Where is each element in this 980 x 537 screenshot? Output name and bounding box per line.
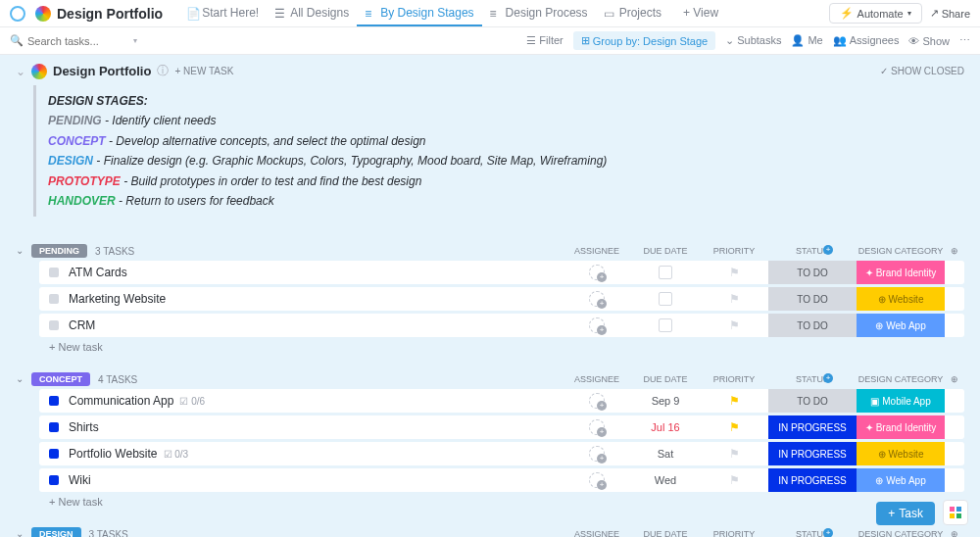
- tab-projects[interactable]: ▭Projects: [596, 0, 669, 26]
- task-row[interactable]: ATM Cards ⚑ TO DO ✦Brand Identity: [39, 261, 964, 284]
- show-closed-button[interactable]: ✓SHOW CLOSED: [880, 66, 964, 76]
- flag-icon[interactable]: ⚑: [729, 318, 740, 332]
- category-cell[interactable]: ✦Brand Identity: [857, 415, 945, 439]
- row-action[interactable]: [945, 287, 964, 311]
- col-assignee[interactable]: ASSIGNEE: [563, 246, 631, 256]
- flag-icon[interactable]: ⚑: [729, 292, 740, 306]
- add-view-button[interactable]: + View: [675, 1, 726, 26]
- task-name[interactable]: Communication App☑ 0/6: [69, 394, 563, 408]
- due-cell[interactable]: [631, 314, 700, 337]
- flag-icon[interactable]: ⚑: [729, 394, 740, 408]
- col-assignee[interactable]: ASSIGNEE: [563, 374, 631, 384]
- flag-icon[interactable]: ⚑: [729, 473, 740, 487]
- col-priority[interactable]: PRIORITY: [700, 529, 768, 537]
- tab-by-design-stages[interactable]: ≡By Design Stages: [357, 0, 481, 26]
- add-column-icon[interactable]: ⊕: [945, 374, 964, 384]
- subtask-count[interactable]: ☑ 0/6: [179, 396, 205, 407]
- new-task-row[interactable]: + New task: [49, 341, 964, 353]
- row-action[interactable]: [945, 442, 964, 465]
- assignee-cell[interactable]: [563, 442, 631, 465]
- category-cell[interactable]: ✦Brand Identity: [857, 261, 945, 284]
- task-bullet-icon[interactable]: [49, 449, 59, 459]
- avatar-empty-icon[interactable]: [589, 472, 605, 488]
- chevron-down-icon[interactable]: ⌄: [16, 373, 27, 385]
- due-cell[interactable]: Jul 16: [631, 415, 700, 439]
- flag-icon[interactable]: ⚑: [729, 447, 740, 461]
- col-status[interactable]: STATUS+: [768, 374, 857, 384]
- app-logo-icon[interactable]: [10, 6, 25, 22]
- col-priority[interactable]: PRIORITY: [700, 374, 768, 384]
- due-cell[interactable]: Sat: [631, 442, 700, 465]
- share-button[interactable]: ↗Share: [930, 7, 970, 20]
- task-name[interactable]: Shirts: [69, 420, 563, 434]
- assignee-cell[interactable]: [563, 468, 631, 492]
- task-bullet-icon[interactable]: [49, 475, 59, 485]
- status-cell[interactable]: TO DO: [768, 261, 857, 284]
- category-cell[interactable]: ⊕Website: [857, 287, 945, 311]
- task-name[interactable]: CRM: [69, 318, 563, 332]
- row-action[interactable]: [945, 314, 964, 337]
- due-cell[interactable]: Sep 9: [631, 389, 700, 413]
- add-column-icon[interactable]: ⊕: [945, 246, 964, 256]
- show-button[interactable]: 👁Show: [908, 35, 950, 47]
- priority-cell[interactable]: ⚑: [700, 442, 768, 465]
- new-task-row[interactable]: + New task: [49, 496, 964, 508]
- assignee-cell[interactable]: [563, 261, 631, 284]
- task-bullet-icon[interactable]: [49, 396, 59, 406]
- status-cell[interactable]: TO DO: [768, 287, 857, 311]
- status-cell[interactable]: TO DO: [768, 389, 857, 413]
- col-due[interactable]: DUE DATE: [631, 529, 700, 537]
- subtasks-button[interactable]: ⌄Subtasks: [725, 34, 781, 47]
- tab-start-here-[interactable]: 📄Start Here!: [178, 0, 267, 26]
- row-action[interactable]: [945, 415, 964, 439]
- add-column-icon[interactable]: ⊕: [945, 529, 964, 537]
- assignee-cell[interactable]: [563, 314, 631, 337]
- row-action[interactable]: [945, 389, 964, 413]
- col-status[interactable]: STATUS+: [768, 529, 857, 537]
- task-name[interactable]: ATM Cards: [69, 266, 563, 279]
- calendar-icon[interactable]: [659, 266, 672, 279]
- avatar-empty-icon[interactable]: [589, 446, 605, 462]
- status-cell[interactable]: IN PROGRESS: [768, 468, 857, 492]
- tab-design-process[interactable]: ≡Design Process: [482, 0, 596, 26]
- priority-cell[interactable]: ⚑: [700, 415, 768, 439]
- col-category[interactable]: DESIGN CATEGORY: [857, 374, 945, 384]
- task-bullet-icon[interactable]: [49, 422, 59, 432]
- chevron-down-icon[interactable]: ▾: [133, 36, 137, 45]
- col-category[interactable]: DESIGN CATEGORY: [857, 246, 945, 256]
- task-row[interactable]: Communication App☑ 0/6 Sep 9 ⚑ TO DO ▣Mo…: [39, 389, 964, 413]
- col-due[interactable]: DUE DATE: [631, 246, 700, 256]
- status-cell[interactable]: IN PROGRESS: [768, 415, 857, 439]
- category-cell[interactable]: ▣Mobile App: [857, 389, 945, 413]
- collapse-icon[interactable]: ⌄: [16, 65, 25, 78]
- col-due[interactable]: DUE DATE: [631, 374, 700, 384]
- category-cell[interactable]: ⊕Web App: [857, 314, 945, 337]
- apps-fab[interactable]: [943, 500, 968, 525]
- avatar-empty-icon[interactable]: [589, 317, 605, 333]
- flag-icon[interactable]: ⚑: [729, 266, 740, 279]
- priority-cell[interactable]: ⚑: [700, 287, 768, 311]
- due-cell[interactable]: Wed: [631, 468, 700, 492]
- avatar-empty-icon[interactable]: [589, 265, 605, 280]
- priority-cell[interactable]: ⚑: [700, 261, 768, 284]
- task-bullet-icon[interactable]: [49, 268, 59, 277]
- automate-button[interactable]: ⚡Automate▾: [829, 3, 922, 24]
- tab-all-designs[interactable]: ☰All Designs: [267, 0, 357, 26]
- group-status-pill[interactable]: CONCEPT: [31, 372, 90, 386]
- search-input[interactable]: [27, 35, 116, 47]
- avatar-empty-icon[interactable]: [589, 419, 605, 435]
- assignees-button[interactable]: 👥Assignees: [833, 34, 900, 47]
- task-bullet-icon[interactable]: [49, 294, 59, 304]
- col-status[interactable]: STATUS+: [768, 246, 857, 256]
- avatar-empty-icon[interactable]: [589, 291, 605, 307]
- task-row[interactable]: Marketing Website ⚑ TO DO ⊕Website: [39, 287, 964, 311]
- new-task-fab[interactable]: +Task: [876, 502, 935, 525]
- category-cell[interactable]: ⊕Web App: [857, 468, 945, 492]
- assignee-cell[interactable]: [563, 287, 631, 311]
- task-row[interactable]: Shirts Jul 16 ⚑ IN PROGRESS ✦Brand Ident…: [39, 415, 964, 439]
- task-name[interactable]: Marketing Website: [69, 292, 563, 306]
- info-icon[interactable]: ⓘ: [157, 63, 169, 79]
- task-row[interactable]: Portfolio Website☑ 0/3 Sat ⚑ IN PROGRESS…: [39, 442, 964, 465]
- groupby-button[interactable]: ⊞Group by: Design Stage: [573, 31, 715, 50]
- task-row[interactable]: Wiki Wed ⚑ IN PROGRESS ⊕Web App: [39, 468, 964, 492]
